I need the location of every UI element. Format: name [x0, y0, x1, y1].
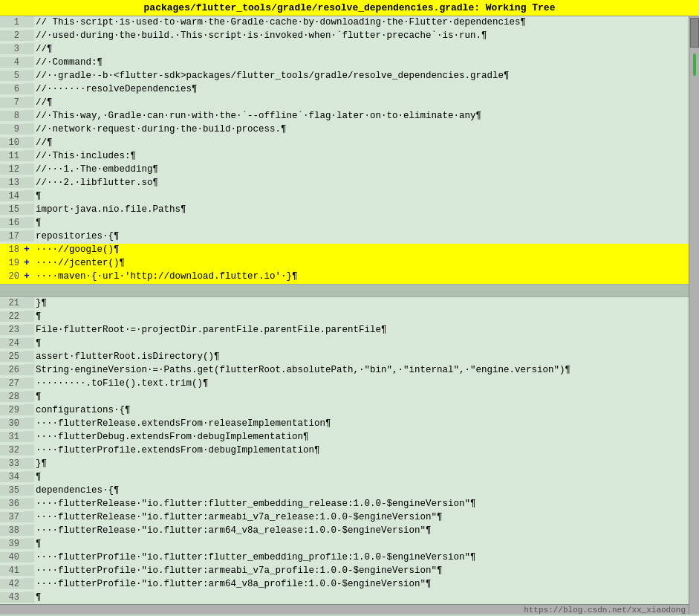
line-content: ····maven·{·url·'http://download.flutter…	[34, 271, 689, 282]
title-bar: packages/flutter_tools/gradle/resolve_de…	[0, 0, 699, 16]
line-content: ¶	[34, 539, 689, 549]
line-content: //·This·way,·Gradle·can·run·with·the·`--…	[34, 111, 689, 121]
line-content: ····flutterProfile·"io.flutter:arm64_v8a…	[34, 579, 689, 589]
line: 13 //···2.·libflutter.so¶	[0, 177, 689, 190]
line-content: ¶	[34, 311, 689, 322]
line-number: 6	[0, 84, 24, 94]
line-content: dependencies·{¶	[34, 485, 689, 496]
line-content: //·······resolveDependencies¶	[34, 84, 689, 94]
line-content: ¶	[34, 338, 689, 348]
line: 30 ····flutterRelease.extendsFrom·releas…	[0, 418, 689, 431]
line: 28 ¶	[0, 391, 689, 404]
line-number: 38	[0, 525, 24, 536]
line-plus	[24, 418, 34, 429]
line-plus	[24, 431, 34, 442]
line-plus	[24, 30, 34, 41]
line-plus	[24, 578, 34, 589]
line-number: 16	[0, 218, 24, 228]
line: 3 //¶	[0, 43, 689, 56]
line-plus	[24, 83, 34, 94]
line-number: 23	[0, 325, 24, 335]
line-number: 2	[0, 30, 24, 41]
line-content: ¶	[34, 472, 689, 482]
line-content: //···2.·libflutter.so¶	[34, 178, 689, 188]
line-plus	[24, 458, 34, 469]
line: 38 ····flutterRelease·"io.flutter:arm64_…	[0, 525, 689, 538]
editor-container: 1 // This·script·is·used·to·warm·the·Gra…	[0, 16, 699, 615]
line-content: ····flutterDebug.extendsFrom·debugImplem…	[34, 432, 689, 442]
line-content: //·network·request·during·the·build·proc…	[34, 124, 689, 134]
line: 14 ¶	[0, 190, 689, 204]
line-content: //···1.·The·embedding¶	[34, 164, 689, 175]
line-content: // This·script·is·used·to·warm·the·Gradl…	[34, 17, 689, 27]
line-content: //·used·during·the·build.·This·script·is…	[34, 30, 689, 41]
line-number: 37	[0, 512, 24, 522]
line: 12 //···1.·The·embedding¶	[0, 163, 689, 177]
line-plus	[24, 97, 34, 108]
line: 41 ····flutterProfile·"io.flutter:armeab…	[0, 565, 689, 578]
line: 8 //·This·way,·Gradle·can·run·with·the·`…	[0, 110, 689, 123]
line-plus	[24, 110, 34, 121]
line-plus	[24, 377, 34, 389]
line-number: 32	[0, 445, 24, 455]
line-content: }¶	[34, 458, 689, 469]
line-content: }¶	[34, 298, 689, 308]
line-number: 25	[0, 351, 24, 362]
line: 23 File·flutterRoot·=·projectDir.parentF…	[0, 324, 689, 337]
line-plus	[24, 484, 34, 496]
line: 40 ····flutterProfile·"io.flutter:flutte…	[0, 551, 689, 565]
line-number: 20	[0, 271, 24, 282]
line-number: 41	[0, 565, 24, 576]
line-number: 26	[0, 365, 24, 375]
line-plus	[24, 297, 34, 308]
line-content: ¶	[34, 392, 689, 402]
line-content: ····//jcenter()¶	[34, 258, 689, 268]
line-plus	[24, 511, 34, 522]
line-plus	[24, 150, 34, 161]
scrollbar-right[interactable]	[689, 16, 699, 615]
line: 31 ····flutterDebug.extendsFrom·debugImp…	[0, 431, 689, 444]
line: 29 configurations·{¶	[0, 404, 689, 418]
line-plus	[24, 498, 34, 509]
line: 21 }¶	[0, 297, 689, 311]
line-number: 39	[0, 539, 24, 549]
url-text: https://blog.csdn.net/xx_xiaodong	[524, 606, 686, 615]
line-content: ····//google()¶	[34, 244, 689, 255]
line: 19+····//jcenter()¶	[0, 257, 689, 270]
line-number: 10	[0, 137, 24, 148]
line: 24 ¶	[0, 337, 689, 351]
line-plus	[24, 204, 34, 215]
code-area[interactable]: 1 // This·script·is·used·to·warm·the·Gra…	[0, 16, 689, 615]
line-number: 17	[0, 231, 24, 241]
line-plus: +	[24, 244, 34, 255]
line-content: ¶	[34, 592, 689, 603]
line-plus	[24, 311, 34, 322]
line: 39 ¶	[0, 538, 689, 551]
line-content: //¶	[34, 97, 689, 108]
line: 9 //·network·request·during·the·build·pr…	[0, 123, 689, 137]
line-plus	[24, 230, 34, 241]
line: 22 ¶	[0, 311, 689, 324]
line-plus	[24, 217, 34, 228]
line-number: 35	[0, 485, 24, 496]
line-content: ¶	[34, 218, 689, 228]
line-plus	[24, 538, 34, 549]
line-plus: +	[24, 257, 34, 268]
line: 27 ·········.toFile().text.trim()¶	[0, 377, 689, 391]
line-content: ····flutterProfile·"io.flutter:flutter_e…	[34, 552, 689, 562]
line-content: ····flutterRelease·"io.flutter:flutter_e…	[34, 499, 689, 509]
scrollbar-thumb[interactable]	[690, 18, 699, 48]
line-plus	[24, 190, 34, 201]
line-content: configurations·{¶	[34, 405, 689, 415]
line: 6 //·······resolveDependencies¶	[0, 83, 689, 97]
line-number: 33	[0, 458, 24, 469]
line: 15 import·java.nio.file.Paths¶	[0, 204, 689, 217]
line-number: 15	[0, 204, 24, 215]
line-plus	[24, 591, 34, 603]
line: 43 ¶	[0, 591, 689, 605]
line: 2 //·used·during·the·build.·This·script·…	[0, 30, 689, 43]
line-number: 3	[0, 44, 24, 54]
line-plus	[24, 525, 34, 536]
line-content: ····flutterProfile·"io.flutter:armeabi_v…	[34, 565, 689, 576]
line: 42 ····flutterProfile·"io.flutter:arm64_…	[0, 578, 689, 591]
